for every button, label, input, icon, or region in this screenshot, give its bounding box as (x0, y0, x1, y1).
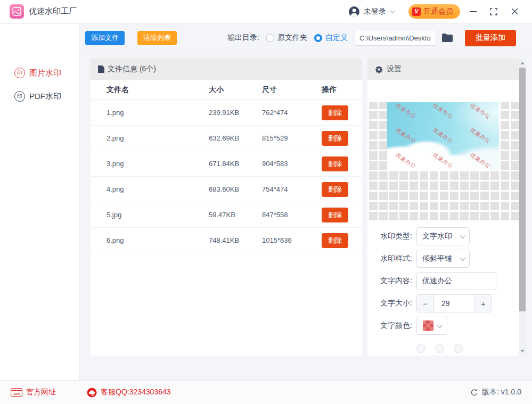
text-size-input[interactable] (434, 295, 474, 312)
customer-service-qq[interactable]: 客服QQ:3234303643 (87, 387, 171, 398)
position-radio[interactable] (416, 344, 425, 353)
watermark-text: 优速办公 (431, 127, 455, 146)
customer-service-icon (87, 387, 97, 398)
sidebar-item-image-watermark[interactable]: 印 图片水印 (0, 61, 79, 85)
watermark-text: 优速办公 (394, 151, 418, 170)
table-row: 6.png 748.41KB 1015*636 删除 (91, 228, 362, 253)
sidebar-item-label: PDF水印 (29, 92, 61, 102)
table-row: 4.png 683.60KB 754*474 删除 (91, 177, 362, 202)
watermark-text: 优速办公 (431, 102, 455, 121)
settings-title: 设置 (387, 64, 402, 74)
watermark-type-select[interactable]: 文字水印 (416, 227, 470, 245)
cell-size: 239.91KB (209, 109, 262, 117)
table-row: 1.png 239.91KB 762*474 删除 (91, 100, 362, 126)
sidebar: 印 图片水印 印 PDF水印 (0, 24, 80, 380)
refresh-icon (470, 389, 478, 397)
maximize-icon (490, 8, 497, 15)
cell-dimensions: 754*474 (262, 185, 322, 193)
output-path-input[interactable] (355, 30, 436, 46)
cell-size: 683.60KB (209, 185, 262, 193)
user-icon (348, 6, 360, 18)
scroll-down-icon[interactable] (520, 350, 525, 352)
add-files-button[interactable]: 添加文件 (85, 31, 125, 45)
delete-button[interactable]: 删除 (322, 105, 348, 120)
document-icon (98, 65, 104, 73)
delete-button[interactable]: 删除 (322, 131, 348, 146)
text-color-picker[interactable] (416, 317, 447, 335)
login-menu[interactable]: 未登录 (348, 6, 394, 18)
position-radio[interactable] (435, 344, 444, 353)
folder-icon (442, 34, 453, 42)
maximize-button[interactable] (486, 4, 502, 20)
column-action: 操作 (322, 85, 362, 95)
radio-unselected-icon (266, 34, 274, 42)
app-title: 优速水印工厂 (29, 6, 77, 17)
delete-button[interactable]: 删除 (322, 233, 348, 248)
stamp-icon: 印 (14, 91, 25, 102)
cell-size: 632.69KB (209, 134, 262, 142)
file-table-body: 1.png 239.91KB 762*474 删除 2.png 632.69KB… (91, 100, 362, 253)
chevron-down-icon (390, 8, 395, 13)
official-website-label: 官方网址 (26, 387, 56, 397)
delete-button[interactable]: 删除 (322, 156, 348, 171)
increase-button[interactable]: + (474, 295, 492, 312)
close-icon (511, 8, 518, 15)
transparency-checkerboard: 优速办公 优速办公 优速办公 优速办公 优速办公 优速办公 优速办公 优速办公 … (367, 102, 519, 222)
table-row: 3.png 671.84KB 904*583 删除 (91, 151, 362, 177)
cell-dimensions: 1015*636 (262, 236, 322, 244)
watermark-overlay: 优速办公 优速办公 优速办公 优速办公 优速办公 优速办公 优速办公 优速办公 … (387, 102, 499, 170)
toolbar: 添加文件 清除列表 输出目录: 原文件夹 自定义 批量添加 (80, 24, 532, 52)
settings-scrollbar[interactable] (519, 59, 526, 356)
text-size-label: 文字大小: (367, 299, 412, 308)
cell-dimensions: 815*529 (262, 134, 322, 142)
delete-button[interactable]: 删除 (322, 208, 348, 222)
column-dimensions: 尺寸 (262, 85, 322, 95)
official-website-link[interactable]: .com 官方网址 (11, 387, 56, 397)
minimize-button[interactable] (465, 4, 481, 20)
cell-dimensions: 904*583 (262, 160, 322, 168)
minimize-icon (470, 11, 477, 12)
login-status: 未登录 (364, 7, 386, 17)
cell-size: 748.41KB (209, 236, 262, 244)
file-info-panel: 文件信息 (6个) 文件名 大小 尺寸 操作 1.png 239.91KB 76… (91, 59, 362, 356)
watermark-style-select[interactable]: 倾斜平铺 (416, 250, 470, 268)
text-content-input[interactable] (416, 272, 496, 290)
app-logo-icon (10, 4, 24, 19)
settings-form: 水印类型: 文字水印 水印样式: 倾斜平铺 文字内容: 文字大小: − + (367, 222, 526, 356)
batch-add-button[interactable]: 批量添加 (465, 30, 516, 46)
cell-filename: 4.png (107, 185, 209, 193)
cell-dimensions: 847*558 (262, 211, 322, 219)
text-size-stepper: − + (416, 294, 492, 312)
scroll-up-icon[interactable] (520, 62, 525, 64)
vip-button[interactable]: V 开通会员 (408, 4, 460, 19)
decrease-button[interactable]: − (417, 295, 434, 312)
file-panel-header: 文件信息 (6个) (91, 59, 362, 80)
cell-filename: 3.png (107, 160, 209, 168)
radio-original-folder[interactable]: 原文件夹 (266, 33, 307, 43)
radio-selected-icon (314, 34, 322, 42)
delete-button[interactable]: 删除 (322, 182, 348, 197)
watermark-type-label: 水印类型: (367, 232, 412, 241)
vip-icon: V (412, 7, 421, 16)
watermark-text: 优速办公 (394, 102, 418, 121)
position-radio[interactable] (454, 344, 463, 353)
sidebar-item-pdf-watermark[interactable]: 印 PDF水印 (0, 85, 79, 108)
table-header-row: 文件名 大小 尺寸 操作 (91, 80, 362, 100)
color-swatch (423, 320, 433, 331)
sidebar-item-label: 图片水印 (29, 68, 61, 78)
clear-list-button[interactable]: 清除列表 (137, 31, 177, 45)
table-row: 2.png 632.69KB 815*529 删除 (91, 126, 362, 151)
column-size: 大小 (209, 85, 262, 95)
watermark-text: 优速办公 (469, 102, 493, 121)
watermark-style-label: 水印样式: (367, 254, 412, 263)
qq-label: 客服QQ:3234303643 (101, 387, 171, 397)
footer: .com 官方网址 客服QQ:3234303643 版本: v1.0.0 (0, 380, 532, 404)
gear-icon (375, 65, 383, 73)
scrollbar-thumb[interactable] (519, 68, 526, 311)
browse-folder-button[interactable] (442, 34, 453, 42)
chevron-down-icon (437, 323, 443, 328)
close-button[interactable] (506, 4, 522, 20)
cell-size: 671.84KB (209, 160, 262, 168)
watermark-text: 优速办公 (431, 151, 455, 170)
radio-custom-folder[interactable]: 自定义 (314, 33, 348, 43)
